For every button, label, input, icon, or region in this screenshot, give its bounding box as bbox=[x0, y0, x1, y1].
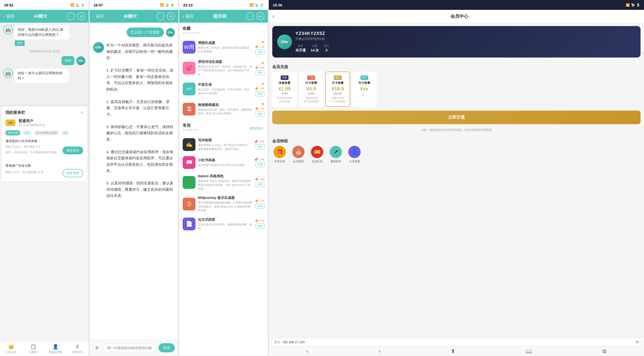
recharge-cards: 体验 体验套餐 ¥1.99 4.99 内含20次对话1天内有效 广告 日卡套餐 … bbox=[269, 72, 644, 107]
star-translate[interactable]: ★ bbox=[261, 81, 264, 86]
recharge-desc-trial: 内含20次对话1天内有效 bbox=[275, 96, 294, 103]
menu-icon[interactable]: ≡ bbox=[93, 344, 101, 352]
browser-actions: ‹ › ⬆ 📖 ⧉ bbox=[271, 348, 642, 355]
detail-paper[interactable]: 详情 bbox=[256, 223, 264, 229]
target-btn-1[interactable]: ◎ bbox=[77, 12, 85, 20]
back-btn-3[interactable]: ‹ 返回 bbox=[183, 14, 193, 19]
fav-meta-dating: ★ 🔥 5.4k 详情 bbox=[255, 60, 264, 75]
recharge-card-year[interactable]: 年卡 年卡套餐 ¥xx 无... bbox=[352, 72, 377, 107]
count-writing: 🚀 2.0w bbox=[254, 140, 264, 143]
bot-msg-1: 🤖 你好，我是One机器人(M1),请问有什么问题可以帮助您？ 历史 bbox=[4, 25, 85, 46]
refresh-icon[interactable]: ↻ bbox=[636, 340, 639, 345]
target-btn-2[interactable]: ◎ bbox=[167, 12, 175, 20]
url-text[interactable]: 192.168.17.120 bbox=[282, 340, 634, 344]
more-btn-1[interactable]: ··· bbox=[67, 12, 75, 20]
stat-label-count: 次数 bbox=[311, 44, 319, 48]
browser-bookmark-btn[interactable]: 📖 bbox=[525, 348, 532, 355]
detail-travel[interactable]: 详情 bbox=[256, 111, 264, 117]
fav-meta-writing: 🚀 2.0w 详情 bbox=[254, 140, 264, 149]
user-name: 普通用户 bbox=[18, 119, 83, 123]
fav-meta-midjourney: 🔥 6.3k 详情 bbox=[255, 199, 264, 209]
copy-icon[interactable]: ⧉ bbox=[42, 123, 45, 127]
member-card: ONe YZ34KY2X5Z 开通会员享受尊贵特权 账页 未开通 次数 14 次… bbox=[272, 26, 640, 57]
signal-icon-4: 📶 bbox=[626, 3, 630, 7]
bottom-nav-packages[interactable]: 📋 次数包 bbox=[22, 342, 44, 356]
fav-item-translate[interactable]: A中 中英互译 英汉互译，可定制风格，可学习英语，来自@ktxmu 的投稿。 ★… bbox=[183, 79, 264, 99]
back-btn-1[interactable]: ‹ 返回 bbox=[4, 14, 14, 19]
video-btn[interactable]: 观看视频 bbox=[62, 169, 83, 177]
send-btn[interactable]: 发送 bbox=[158, 343, 175, 352]
recharge-title: 会员充值 bbox=[269, 61, 644, 72]
bottom-nav-clear[interactable]: 🗑 清除记忆 bbox=[66, 342, 88, 356]
detail-nature[interactable]: 详情 bbox=[256, 182, 264, 187]
detail-midjourney[interactable]: 详情 bbox=[256, 203, 264, 209]
target-btn-3[interactable]: ◎ bbox=[256, 12, 264, 20]
service-icon: 👤 bbox=[52, 344, 58, 350]
back-btn-2[interactable]: ‹ 返回 bbox=[93, 14, 104, 19]
tag-youhui[interactable]: 拥有优惠 bbox=[6, 130, 20, 136]
back-label-2[interactable]: 返回 bbox=[96, 14, 104, 19]
fav-meta-nature: 🔥 6.6k 详情 bbox=[255, 178, 264, 187]
star-dating[interactable]: ★ bbox=[261, 60, 264, 65]
status-icons-1: 📶 📡 🔋 bbox=[70, 3, 85, 7]
fav-title-translate: 中英互译 bbox=[198, 83, 252, 87]
close-btn[interactable]: × bbox=[80, 110, 83, 115]
fav-title-travel: 旅游路线规划 bbox=[198, 103, 252, 107]
bottom-nav-vip[interactable]: 👑 订迎会员 bbox=[0, 342, 22, 356]
invite-sub: 奖励 10 次/人，每天最多 5 人 bbox=[6, 145, 57, 149]
fav-item-weekly[interactable]: W周 周报生成器 根据日常工作内容，提取要点并给合适建议，以生成周报。 ★ 🔥 … bbox=[183, 37, 264, 57]
common-item-midjourney[interactable]: 🎨 Midjourney 提示生成器 通过对图像的智能深度理解，它将每天都有翻倍… bbox=[183, 193, 264, 215]
privilege-item-welfare[interactable]: 🎂 会员福利 bbox=[291, 146, 306, 163]
open-btn[interactable]: 立即开通 bbox=[272, 111, 640, 124]
invite-section: 邀请新的小伙伴来体验 奖励 10 次/人，每天最多 5 人 攻手：点击右上角，可… bbox=[6, 139, 83, 156]
back-icon-4[interactable]: ‹ bbox=[273, 13, 274, 19]
tag-daily[interactable]: 每日免费剩余额度 bbox=[34, 130, 59, 136]
bottom-nav-service[interactable]: 👤 客服领次数 bbox=[44, 342, 66, 356]
see-more-btn[interactable]: 查看更多> bbox=[250, 126, 264, 131]
stat-value-count: 14 次 bbox=[311, 48, 319, 53]
browser-back-btn[interactable]: ‹ bbox=[306, 348, 308, 355]
invite-btn[interactable]: 邀请朋友 bbox=[62, 147, 83, 154]
more-btn-3[interactable]: ··· bbox=[246, 12, 254, 20]
common-item-xiaohongshu[interactable]: 📖 小红书风格 将文本改写成友好小红书的 Emoji 风格。 🚀 1.4w 详情 bbox=[183, 154, 264, 172]
stat-value-points: 0 bbox=[324, 48, 329, 52]
detail-weekly[interactable]: 详情 bbox=[256, 49, 264, 55]
fav-icon-travel: 🏝 bbox=[183, 103, 196, 116]
fav-desc-xiaohongshu: 将文本改写成友好小红书的 Emoji 风格。 bbox=[198, 163, 252, 167]
privilege-item-invite[interactable]: ↗ 邀请返利 bbox=[328, 146, 343, 163]
recharge-card-month[interactable]: 畅享 月卡套餐 ¥19.9 89.99 无限次对话一个月内有效 bbox=[326, 72, 350, 107]
privilege-item-service[interactable]: 👤 七天客服 bbox=[347, 146, 362, 163]
privilege-item-activity[interactable]: 🎁 专享活动 bbox=[272, 146, 287, 163]
star-travel[interactable]: ★ bbox=[261, 102, 264, 106]
recharge-card-day[interactable]: 广告 日卡套餐 ¥4.9 9.99 无限次对话24小时内有效 bbox=[299, 72, 324, 107]
back-label-3[interactable]: 返回 bbox=[185, 14, 193, 19]
chat-input[interactable] bbox=[104, 344, 156, 352]
common-item-paper[interactable]: 📄 论文式回答 以论文形式讨论论回答，能够有逻辑清晰、结构... 🔥 5.6k … bbox=[183, 215, 264, 233]
hist-badge[interactable]: 历史 bbox=[15, 40, 24, 46]
detail-writing[interactable]: 详情 bbox=[256, 144, 264, 149]
privilege-label-service: 七天客服 bbox=[349, 160, 360, 163]
status-icons-4: 📶 📡 🔋 bbox=[626, 3, 640, 7]
browser-forward-btn[interactable]: › bbox=[378, 348, 380, 355]
browser-share-btn[interactable]: ⬆ bbox=[451, 348, 455, 355]
star-weekly[interactable]: ★ bbox=[261, 40, 264, 44]
fav-item-travel[interactable]: 🏝 旅游路线规划 根据旅行目的地、预算、时间要求、粗略规划路线，来自 @sual… bbox=[183, 99, 264, 119]
common-item-nature[interactable]: 🌿 Nature 风格润色 使用知名 Nature 风格润色，题者可以把稿件改善… bbox=[183, 172, 264, 193]
recharge-type-month: 月卡套餐 bbox=[328, 81, 347, 85]
tag-count: 12次 bbox=[22, 130, 32, 136]
privilege-item-redpacket[interactable]: 🎫 会员红包 bbox=[310, 146, 324, 163]
detail-dating[interactable]: 详情 bbox=[256, 70, 264, 75]
privilege-label-activity: 专享活动 bbox=[274, 160, 285, 163]
detail-translate[interactable]: 详情 bbox=[256, 91, 264, 96]
browser-tabs-btn[interactable]: ⧉ bbox=[602, 348, 606, 355]
vip-icon: 👑 bbox=[8, 344, 14, 350]
ai-response: ONe 作为一个AI语言模型，我不能为你提供具体的建议，但我可以给你一些一般性的… bbox=[93, 42, 175, 199]
fav-item-dating[interactable]: 💕 异性对话生成器 模拟自己和对方的一段对话，来练练对话，用于广阔你的情话冷知识… bbox=[183, 57, 264, 79]
detail-xiaohongshu[interactable]: 详情 bbox=[256, 162, 264, 167]
common-item-writing[interactable]: ✍ 写作助理 最常使用的 prompt，用于优化文本的句法，逻辑清晰和规范语言，… bbox=[183, 136, 264, 154]
stat-value-account: 未开通 bbox=[296, 48, 306, 53]
more-btn-2[interactable]: ··· bbox=[156, 12, 164, 20]
privilege-icon-welfare: 🎂 bbox=[292, 146, 304, 158]
recharge-card-trial[interactable]: 体验 体验套餐 ¥1.99 4.99 内含20次对话1天内有效 bbox=[272, 72, 297, 107]
back-label-1[interactable]: 返回 bbox=[6, 14, 14, 19]
